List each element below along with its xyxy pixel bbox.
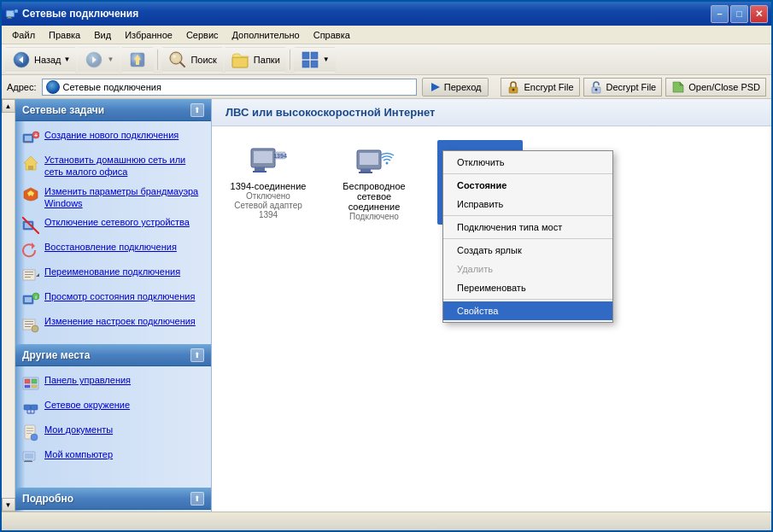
sidebar-item-network-env[interactable]: Сетевое окружение <box>19 396 208 419</box>
menu-extra[interactable]: Дополнительно <box>225 28 307 42</box>
maximize-button[interactable]: □ <box>730 5 748 23</box>
context-menu-sep-1 <box>443 173 612 174</box>
decrypt-file-button[interactable]: Decrypt File <box>583 78 663 96</box>
address-label: Адрес: <box>7 82 37 92</box>
svg-marker-22 <box>431 83 440 91</box>
search-icon <box>167 50 188 70</box>
sidebar-other-places-header[interactable]: Другие места ⬆ <box>15 344 211 366</box>
folders-button[interactable]: Папки <box>225 47 286 73</box>
svg-rect-54 <box>32 379 37 383</box>
sidebar-other-places-title: Другие места <box>22 349 90 361</box>
connection-wireless[interactable]: Беспроводное сетевое соединение Подключе… <box>331 140 417 225</box>
view-toggle-button[interactable]: ▼ <box>294 47 336 73</box>
context-menu-fix[interactable]: Исправить <box>443 195 612 213</box>
sidebar-item-home-network[interactable]: Установить домашнюю сеть или сеть малого… <box>19 151 208 181</box>
back-icon <box>11 50 32 70</box>
svg-point-26 <box>594 88 597 91</box>
svg-marker-37 <box>32 243 35 249</box>
connection-1394-name: 1394-соединение <box>231 181 307 191</box>
svg-rect-74 <box>255 167 265 171</box>
sidebar-network-tasks-header[interactable]: Сетевые задачи ⬆ <box>15 99 211 121</box>
up-button[interactable] <box>121 47 154 73</box>
control-panel-icon <box>22 375 39 392</box>
sidebar-details-collapse[interactable]: ⬆ <box>190 492 204 506</box>
sidebar-item-disable-device-label: Отключение сетевого устройства <box>44 216 190 228</box>
svg-rect-17 <box>232 57 248 67</box>
menu-service[interactable]: Сервис <box>179 28 225 42</box>
svg-rect-70 <box>25 460 32 461</box>
address-globe-icon <box>46 80 60 94</box>
change-settings-icon <box>22 316 39 333</box>
sidebar-item-change-settings[interactable]: Изменение настроек подключения <box>19 313 208 336</box>
vertical-scrollbar: ▲ ▼ <box>2 99 15 512</box>
decrypt-label: Decrypt File <box>606 82 657 92</box>
svg-rect-39 <box>25 272 33 272</box>
sidebar-network-tasks-collapse[interactable]: ⬆ <box>190 103 204 117</box>
minimize-button[interactable]: – <box>711 5 729 23</box>
scroll-up-button[interactable]: ▲ <box>2 99 15 113</box>
main-toolbar: Назад ▼ ▼ <box>2 44 771 75</box>
sidebar-item-control-panel[interactable]: Панель управления <box>19 371 208 395</box>
svg-rect-64 <box>26 428 33 429</box>
close-button[interactable]: ✕ <box>750 5 768 23</box>
back-button[interactable]: Назад ▼ <box>5 47 76 73</box>
svg-rect-4 <box>15 9 18 13</box>
context-menu-status[interactable]: Состояние <box>443 176 612 195</box>
svg-line-15 <box>180 62 184 67</box>
svg-rect-66 <box>26 433 32 434</box>
context-menu-disconnect[interactable]: Отключить <box>443 153 612 172</box>
svg-point-24 <box>512 88 515 91</box>
svg-marker-42 <box>36 273 39 277</box>
connection-1394-status: Отключено <box>246 191 290 201</box>
context-menu-properties[interactable]: Свойства <box>443 301 612 320</box>
scroll-down-button[interactable]: ▼ <box>2 498 15 512</box>
connection-1394[interactable]: 1394 1394-соединение Отключено Сетевой а… <box>225 140 311 225</box>
sidebar-other-places-collapse[interactable]: ⬆ <box>190 348 204 362</box>
forward-icon <box>84 50 104 70</box>
forward-arrow-icon: ▼ <box>107 56 114 63</box>
svg-rect-33 <box>28 166 33 170</box>
menu-view[interactable]: Вид <box>87 28 118 42</box>
sidebar-item-create-connection[interactable]: + Создание нового подключения <box>19 126 208 149</box>
sidebar-item-view-status[interactable]: i Просмотр состояния подключения <box>19 288 208 311</box>
menu-favorites[interactable]: Избранное <box>118 28 179 42</box>
sidebar-item-restore[interactable]: Восстановление подключения <box>19 238 208 261</box>
forward-button[interactable]: ▼ <box>78 47 120 73</box>
svg-rect-73 <box>254 151 272 163</box>
sidebar-item-rename-label: Переименование подключения <box>44 266 180 278</box>
sidebar-item-firewall[interactable]: Изменить параметры брандмауэра Windows <box>19 183 208 213</box>
sidebar-item-home-network-label: Установить домашнюю сеть или сеть малого… <box>44 154 204 178</box>
svg-point-14 <box>172 54 180 62</box>
address-input[interactable]: Сетевые подключения <box>42 79 417 96</box>
statusbar <box>2 512 771 530</box>
sidebar-item-my-computer[interactable]: Мой компьютер <box>19 446 208 469</box>
folders-icon <box>231 50 251 70</box>
context-menu-shortcut[interactable]: Создать ярлык <box>443 241 612 260</box>
sidebar-other-places-section: Другие места ⬆ <box>15 344 211 476</box>
psd-button[interactable]: Open/Close PSD <box>665 78 766 96</box>
sidebar-item-rename[interactable]: Переименование подключения <box>19 263 208 286</box>
search-button[interactable]: Поиск <box>161 47 222 73</box>
addressbar: Адрес: Сетевые подключения Переход Encry… <box>2 75 771 99</box>
sidebar-item-my-computer-label: Мой компьютер <box>44 448 113 460</box>
decrypt-icon <box>589 80 603 94</box>
context-menu-delete[interactable]: Удалить <box>443 260 612 278</box>
disable-device-icon <box>22 217 39 234</box>
go-button[interactable]: Переход <box>422 78 489 96</box>
sidebar-item-disable-device[interactable]: Отключение сетевого устройства <box>19 213 208 237</box>
context-menu-rename[interactable]: Переименовать <box>443 278 612 297</box>
encrypt-file-button[interactable]: Encrypt File <box>501 78 579 96</box>
menu-file[interactable]: Файл <box>5 28 42 42</box>
context-menu-bridge[interactable]: Подключения типа мост <box>443 218 612 237</box>
rename-icon <box>22 266 39 284</box>
menu-edit[interactable]: Правка <box>42 28 87 42</box>
sidebar-item-my-docs[interactable]: Мои документы <box>19 421 208 444</box>
connection-wireless-icon <box>354 143 395 178</box>
network-env-icon <box>22 400 39 417</box>
sidebar-details-header[interactable]: Подробно ⬆ <box>15 488 211 510</box>
menu-help[interactable]: Справка <box>307 28 357 42</box>
view-icon <box>300 50 320 70</box>
connection-wireless-name: Беспроводное сетевое соединение <box>335 181 413 212</box>
svg-rect-48 <box>25 321 33 322</box>
svg-rect-3 <box>7 18 12 19</box>
